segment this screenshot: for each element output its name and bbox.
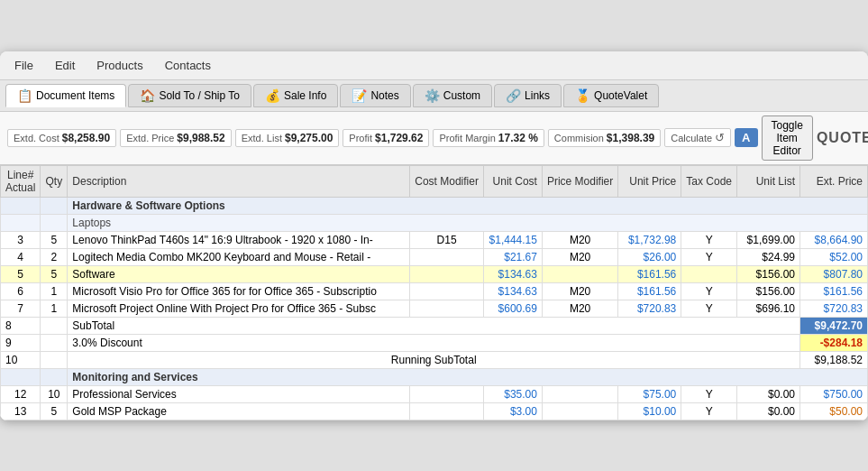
col-header-unit-cost: Unit Cost — [483, 165, 542, 197]
profit-margin-field: Profit Margin 17.32 % — [433, 129, 544, 147]
summary-bar: Extd. Cost $8,258.90 Extd. Price $9,988.… — [0, 112, 868, 165]
notes-icon: 📝 — [352, 88, 367, 103]
table-row[interactable]: 8 SubTotal $9,472.70 — [1, 317, 868, 334]
col-header-price-modifier: Price Modifier — [542, 165, 617, 197]
col-header-line: Line# Actual — [1, 165, 41, 197]
items-table: Line# Actual Qty Description Cost Modifi… — [0, 165, 868, 420]
btn-a[interactable]: A — [735, 128, 757, 147]
col-header-description: Description — [68, 165, 410, 197]
custom-icon: ⚙️ — [425, 88, 440, 103]
tab-quotevalet[interactable]: 🏅 QuoteValet — [563, 84, 659, 107]
sold-ship-to-icon: 🏠 — [140, 88, 155, 103]
table-row[interactable]: 6 1 Microsoft Visio Pro for Office 365 f… — [1, 282, 868, 300]
sale-info-icon: 💰 — [265, 88, 280, 103]
tab-sold-ship-to[interactable]: 🏠 Sold To / Ship To — [128, 84, 251, 107]
commission-field: Commision $1,398.39 — [548, 129, 661, 147]
document-items-icon: 📋 — [17, 88, 32, 103]
tab-sale-info[interactable]: 💰 Sale Info — [253, 84, 338, 107]
refresh-icon[interactable]: ↺ — [715, 131, 725, 144]
menu-contacts[interactable]: Contacts — [161, 57, 215, 74]
items-table-container: Line# Actual Qty Description Cost Modifi… — [0, 165, 868, 420]
col-header-unit-list: Unit List — [737, 165, 800, 197]
quote-label: QUOTE — [817, 130, 868, 146]
table-row[interactable]: 3 5 Lenovo ThinkPad T460s 14" 16:9 Ultra… — [1, 231, 868, 248]
tab-custom[interactable]: ⚙️ Custom — [413, 84, 492, 107]
col-header-qty: Qty — [41, 165, 68, 197]
tab-links[interactable]: 🔗 Links — [494, 84, 562, 107]
table-row[interactable]: 12 10 Professional Services $35.00 $75.0… — [1, 385, 868, 402]
extd-cost-field: Extd. Cost $8,258.90 — [7, 129, 116, 147]
tab-notes[interactable]: 📝 Notes — [340, 84, 410, 107]
table-row[interactable]: 9 3.0% Discount -$284.18 — [1, 334, 868, 351]
links-icon: 🔗 — [506, 88, 521, 103]
calculate-field[interactable]: Calculate ↺ — [664, 128, 731, 147]
table-row[interactable]: 10 Running SubTotal $9,188.52 — [1, 351, 868, 368]
tab-bar: 📋 Document Items 🏠 Sold To / Ship To 💰 S… — [0, 80, 868, 112]
table-row[interactable]: Laptops — [1, 214, 868, 231]
main-window: File Edit Products Contacts 📋 Document I… — [0, 51, 868, 420]
col-header-tax-code: Tax Code — [681, 165, 737, 197]
toggle-item-editor-button[interactable]: Toggle Item Editor — [762, 115, 813, 161]
menu-products[interactable]: Products — [93, 57, 146, 74]
extd-price-field: Extd. Price $9,988.52 — [120, 129, 232, 147]
col-header-ext-price: Ext. Price — [800, 165, 868, 197]
table-row[interactable]: 4 2 Logitech Media Combo MK200 Keyboard … — [1, 248, 868, 265]
table-header-row: Line# Actual Qty Description Cost Modifi… — [1, 165, 868, 197]
profit-field: Profit $1,729.62 — [343, 129, 429, 147]
table-row[interactable]: 13 5 Gold MSP Package $3.00 $10.00 Y $0.… — [1, 402, 868, 420]
table-row[interactable]: 7 1 Microsoft Project Online With Projec… — [1, 300, 868, 317]
col-header-cost-modifier: Cost Modifier — [410, 165, 484, 197]
menu-bar: File Edit Products Contacts — [0, 51, 868, 80]
tab-document-items[interactable]: 📋 Document Items — [5, 84, 126, 107]
table-row[interactable]: 5 5 Software $134.63 $161.56 $156.00 $80… — [1, 265, 868, 282]
table-row[interactable]: Monitoring and Services — [1, 368, 868, 385]
menu-file[interactable]: File — [11, 57, 37, 74]
col-header-unit-price: Unit Price — [618, 165, 681, 197]
menu-edit[interactable]: Edit — [51, 57, 78, 74]
extd-list-field: Extd. List $9,275.00 — [235, 129, 340, 147]
quotevalet-icon: 🏅 — [575, 88, 590, 103]
table-row[interactable]: Hardware & Software Options — [1, 197, 868, 214]
